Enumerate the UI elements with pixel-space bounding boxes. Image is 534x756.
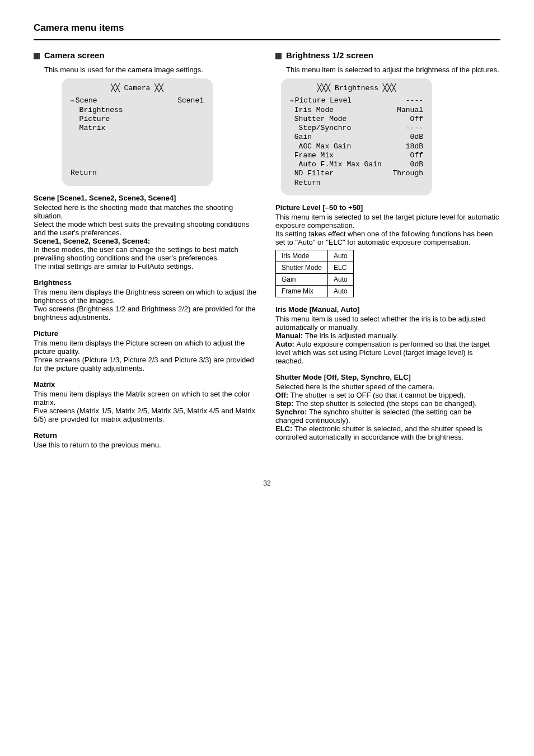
osd-camera-return: Return xyxy=(71,169,204,178)
osd-row: Brightness xyxy=(71,106,204,115)
picture-level-body: This menu item is selected to set the ta… xyxy=(275,213,500,230)
osd-row: Auto F.Mix Max Gain0dB xyxy=(290,160,423,169)
osd-brightness-title: ╳╳╳ Brightness ╳╳╳ xyxy=(290,84,423,93)
scene-list-text: In these modes, the user can change the … xyxy=(34,245,259,270)
right-column: Brightness 1/2 screen This menu item is … xyxy=(275,50,500,457)
scene-title: Scene [Scene1, Scene2, Scene3, Scene4] xyxy=(34,194,259,202)
brightness-title: Brightness xyxy=(34,278,259,287)
picture-level-table: Iris ModeAutoShutter ModeELCGainAutoFram… xyxy=(275,250,354,297)
osd-brightness-panel: ╳╳╳ Brightness ╳╳╳ Picture Level---- Iri… xyxy=(281,78,432,195)
picture-level-body2: Its setting takes effect when one of the… xyxy=(275,230,500,246)
square-bullet-icon xyxy=(275,53,282,59)
camera-screen-desc: This menu is used for the camera image s… xyxy=(44,66,259,74)
osd-row: Matrix xyxy=(71,124,204,133)
scene-body2: Select the mode which best suits the pre… xyxy=(34,220,259,237)
list-item: ELC: The electronic shutter is selected,… xyxy=(275,424,500,441)
camera-screen-heading: Camera screen xyxy=(44,50,105,60)
picture-body: This menu item displays the Picture scre… xyxy=(34,339,259,372)
brightness-screen-heading: Brightness 1/2 screen xyxy=(286,50,373,60)
osd-row: Return xyxy=(290,179,423,188)
list-item: Off: The shutter is set to OFF (so that … xyxy=(275,391,500,399)
osd-row: Picture Level---- xyxy=(290,96,423,105)
page-title: Camera menu items xyxy=(34,22,500,34)
osd-row: Picture xyxy=(71,115,204,124)
table-row: Shutter ModeELC xyxy=(276,262,354,273)
picture-title: Picture xyxy=(34,329,259,338)
list-item: Manual: The iris is adjusted manually. xyxy=(275,332,500,340)
scene-body1: Selected here is the shooting mode that … xyxy=(34,203,259,220)
osd-row: Frame MixOff xyxy=(290,151,423,160)
osd-row: Shutter ModeOff xyxy=(290,115,423,124)
osd-row: Iris ModeManual xyxy=(290,106,423,115)
brightness-body: This menu item displays the Brightness s… xyxy=(34,288,259,321)
table-row: GainAuto xyxy=(276,273,354,285)
horizontal-rule xyxy=(34,39,500,40)
osd-row: Gain0dB xyxy=(290,133,423,142)
list-item: Auto: Auto exposure compensation is perf… xyxy=(275,340,500,365)
square-bullet-icon xyxy=(34,53,40,59)
list-item: Step: The step shutter is selected (the … xyxy=(275,399,500,408)
brightness-screen-desc: This menu item is selected to adjust the… xyxy=(286,66,500,74)
shutter-mode-body: Selected here is the shutter speed of th… xyxy=(275,382,500,391)
osd-row: Step/Synchro---- xyxy=(290,124,423,133)
iris-mode-body: This menu item is used to select whether… xyxy=(275,315,500,332)
return-title: Return xyxy=(34,431,259,440)
scene-list-label: Scene1, Scene2, Scene3, Scene4: xyxy=(34,237,150,245)
matrix-body: This menu item displays the Matrix scree… xyxy=(34,390,259,423)
osd-camera-panel: ╳╳ Camera ╳╳ SceneScene1 Brightness Pict… xyxy=(62,78,213,186)
table-row: Frame MixAuto xyxy=(276,285,354,297)
picture-level-title: Picture Level [–50 to +50] xyxy=(275,203,500,212)
osd-camera-title: ╳╳ Camera ╳╳ xyxy=(71,84,204,93)
list-item: Synchro: The synchro shutter is selected… xyxy=(275,408,500,424)
osd-row: SceneScene1 xyxy=(71,96,204,105)
osd-row: AGC Max Gain18dB xyxy=(290,142,423,151)
left-column: Camera screen This menu is used for the … xyxy=(34,50,259,457)
return-body: Use this to return to the previous menu. xyxy=(34,441,259,449)
table-row: Iris ModeAuto xyxy=(276,250,354,262)
osd-row: ND FilterThrough xyxy=(290,169,423,178)
matrix-title: Matrix xyxy=(34,380,259,389)
iris-mode-title: Iris Mode [Manual, Auto] xyxy=(275,305,500,314)
page-number: 32 xyxy=(34,479,500,487)
shutter-mode-title: Shutter Mode [Off, Step, Synchro, ELC] xyxy=(275,373,500,381)
